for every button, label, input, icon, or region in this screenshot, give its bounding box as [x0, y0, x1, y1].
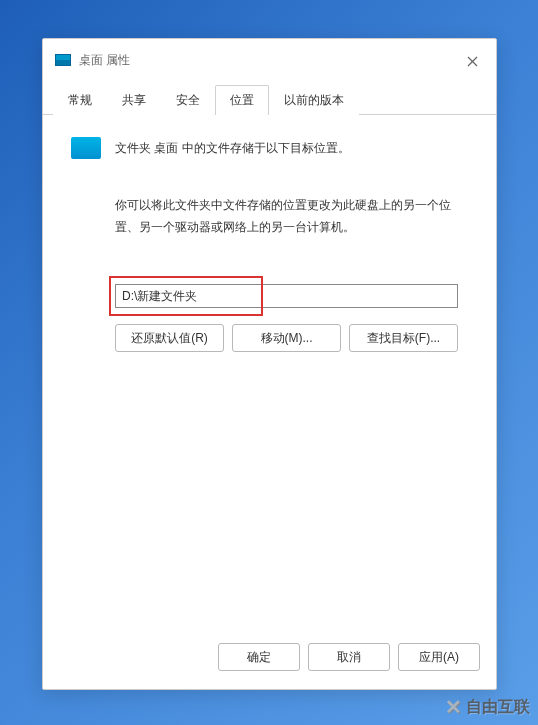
description-text: 你可以将此文件夹中文件存储的位置更改为此硬盘上的另一个位置、另一个驱动器或网络上…: [115, 195, 468, 238]
close-button[interactable]: [456, 49, 488, 73]
title-bar: 桌面 属性: [43, 39, 496, 81]
tab-general[interactable]: 常规: [53, 85, 107, 115]
watermark-icon: ✕: [445, 695, 462, 719]
watermark-text: 自由互联: [466, 697, 530, 718]
tab-previous-versions[interactable]: 以前的版本: [269, 85, 359, 115]
close-icon: [467, 56, 478, 67]
content-area: 文件夹 桌面 中的文件存储于以下目标位置。 你可以将此文件夹中文件存储的位置更改…: [43, 115, 496, 629]
window-icon: [55, 54, 71, 66]
restore-defaults-button[interactable]: 还原默认值(R): [115, 324, 224, 352]
folder-icon: [71, 137, 101, 159]
cancel-button[interactable]: 取消: [308, 643, 390, 671]
dialog-footer: 确定 取消 应用(A): [43, 629, 496, 689]
move-button[interactable]: 移动(M)...: [232, 324, 341, 352]
watermark: ✕ 自由互联: [445, 695, 530, 719]
header-text: 文件夹 桌面 中的文件存储于以下目标位置。: [115, 135, 350, 158]
tab-security[interactable]: 安全: [161, 85, 215, 115]
properties-dialog: 桌面 属性 常规 共享 安全 位置 以前的版本 文件夹 桌面 中的文件存储于以下…: [42, 38, 497, 690]
find-target-button[interactable]: 查找目标(F)...: [349, 324, 458, 352]
apply-button[interactable]: 应用(A): [398, 643, 480, 671]
window-title: 桌面 属性: [79, 52, 130, 69]
path-input[interactable]: [115, 284, 458, 308]
tab-location[interactable]: 位置: [215, 85, 269, 115]
tab-bar: 常规 共享 安全 位置 以前的版本: [43, 85, 496, 115]
header-row: 文件夹 桌面 中的文件存储于以下目标位置。: [71, 135, 468, 159]
ok-button[interactable]: 确定: [218, 643, 300, 671]
tab-sharing[interactable]: 共享: [107, 85, 161, 115]
input-container: [115, 284, 458, 308]
action-button-row: 还原默认值(R) 移动(M)... 查找目标(F)...: [115, 324, 458, 352]
